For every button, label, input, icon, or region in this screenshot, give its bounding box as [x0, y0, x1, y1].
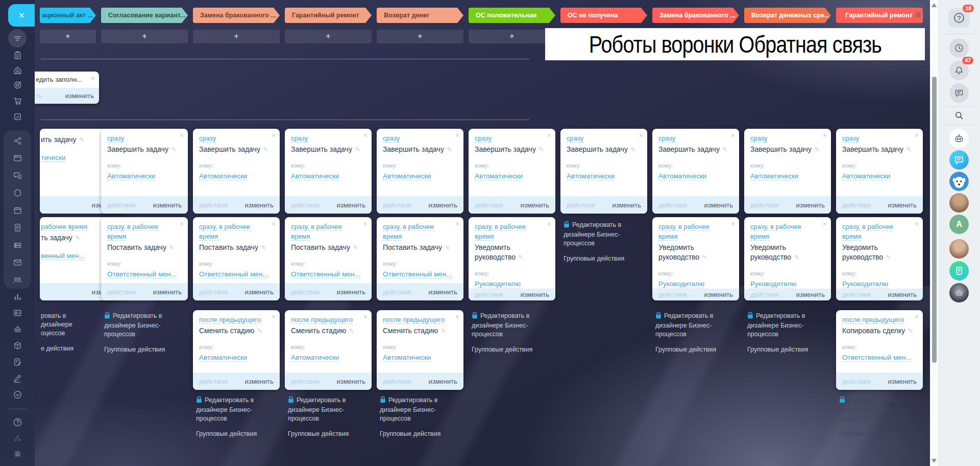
help-button[interactable]: ? 18: [948, 8, 970, 28]
avatar-news-doc[interactable]: [949, 261, 969, 281]
card-trigger-link[interactable]: сразу: [750, 134, 767, 143]
close-icon[interactable]: ×: [363, 132, 368, 139]
automation-card[interactable]: ×сразу, в рабочее времяПоставить задачу✎…: [193, 217, 280, 300]
automation-card[interactable]: ×сразу, в рабочее времяПоставить задачу✎…: [285, 217, 372, 300]
automation-card[interactable]: ×сразу, в рабочее времяУведомить руковод…: [836, 217, 923, 300]
avatar-letter[interactable]: A: [949, 215, 969, 234]
more-chevron-icon[interactable]: [8, 385, 27, 404]
card-edit-button[interactable]: изменить: [336, 201, 365, 209]
close-icon[interactable]: ×: [823, 220, 827, 227]
calendar-icon[interactable]: [8, 201, 27, 219]
card-edit-button[interactable]: изменить: [428, 288, 457, 296]
close-icon[interactable]: ×: [272, 313, 276, 320]
stage-settings-gear-icon[interactable]: [914, 10, 923, 21]
analytics-icon[interactable]: [8, 287, 27, 306]
card-assignee-link[interactable]: Ответственный мен...: [383, 270, 452, 278]
edit-pencil-icon[interactable]: ✎: [722, 146, 728, 153]
card-trigger-link[interactable]: сразу: [658, 134, 675, 143]
card-assignee-link[interactable]: Ответственный мен...: [291, 270, 360, 278]
edit-pencil-icon[interactable]: ✎: [538, 146, 544, 153]
card-assignee-link[interactable]: Автоматически: [567, 172, 615, 180]
card-trigger-link[interactable]: сразу: [199, 134, 216, 143]
card-trigger-link[interactable]: сразу: [107, 134, 124, 143]
avatar-user-photo[interactable]: [949, 193, 969, 213]
card-edit-button[interactable]: изменить: [888, 378, 917, 385]
team-icon[interactable]: [8, 270, 27, 289]
edit-pencil-icon[interactable]: ✎: [79, 136, 85, 144]
edit-pencil-icon[interactable]: ✎: [886, 253, 891, 261]
card-edit-button[interactable]: изменить: [704, 201, 733, 209]
avatar-robot-photo[interactable]: [949, 283, 969, 302]
card-trigger-link[interactable]: сразу: [383, 134, 400, 143]
stage-pill-5[interactable]: Возврат денег: [377, 8, 463, 23]
card-assignee-link[interactable]: Руководителю: [475, 280, 521, 288]
close-icon[interactable]: ×: [915, 220, 919, 227]
card-edit-button[interactable]: изменить: [796, 291, 825, 298]
card-trigger-link[interactable]: сразу, в рабочее время: [658, 223, 709, 241]
card-trigger-link[interactable]: сразу: [291, 134, 308, 143]
close-icon[interactable]: ×: [455, 313, 459, 320]
card-edit-button[interactable]: изменить: [153, 201, 182, 209]
close-icon[interactable]: ×: [455, 132, 459, 139]
automation-card[interactable]: ×сразуЗавершить задачу✎кому:Автоматическ…: [744, 129, 831, 214]
card-assignee-link[interactable]: Автоматически: [658, 172, 706, 180]
card-assignee-link[interactable]: Руководителю: [750, 280, 796, 288]
edit-pencil-icon[interactable]: ✎: [518, 253, 524, 261]
close-icon[interactable]: ×: [823, 132, 827, 139]
close-icon[interactable]: ×: [547, 220, 551, 227]
add-robot-button[interactable]: +: [377, 30, 463, 43]
card-edit-button[interactable]: изменить: [244, 288, 274, 296]
card-assignee-link[interactable]: Автоматически: [291, 172, 339, 180]
close-icon[interactable]: ×: [639, 132, 643, 139]
card-trigger-link[interactable]: сразу: [475, 134, 492, 143]
edit-pencil-icon[interactable]: ✎: [75, 234, 81, 242]
automation-card[interactable]: ×сразу, в рабочее времяПоставить задачу✎…: [101, 217, 188, 300]
edit-pencil-icon[interactable]: ✎: [353, 244, 358, 251]
card-assignee-link[interactable]: Автоматически: [383, 354, 431, 362]
card-assignee-link[interactable]: Автоматически: [199, 172, 247, 180]
card-trigger-link[interactable]: после предыдущего: [842, 316, 904, 324]
card-trigger-link[interactable]: после предыдущего: [199, 316, 261, 324]
messenger-icon[interactable]: [949, 83, 969, 103]
avatar-dog[interactable]: [949, 172, 969, 191]
edit-pencil-icon[interactable]: ✎: [171, 146, 177, 153]
card-assignee-link[interactable]: Автоматически: [842, 172, 890, 180]
search-icon[interactable]: [949, 106, 969, 125]
close-icon[interactable]: ×: [915, 132, 919, 139]
close-icon[interactable]: ×: [455, 220, 459, 227]
tasks-icon[interactable]: [8, 107, 27, 126]
card-assignee-link[interactable]: Руководителю: [842, 280, 888, 288]
edit-pencil-icon[interactable]: ✎: [263, 146, 268, 153]
automation-card[interactable]: ×сразуЗавершить задачу✎кому:Автоматическ…: [469, 129, 555, 214]
collapse-menu-button[interactable]: ×: [8, 4, 35, 27]
close-icon[interactable]: ×: [363, 220, 368, 227]
card-trigger-link[interactable]: сразу, в рабочее время: [383, 223, 434, 241]
edit-pencil-icon[interactable]: ✎: [814, 146, 820, 153]
edit-pencil-icon[interactable]: ✎: [169, 244, 175, 251]
card-trigger-link[interactable]: сразу, в рабочее время: [750, 223, 801, 241]
stage-pill-2[interactable]: Согласование вариант...: [101, 8, 188, 23]
add-robot-button[interactable]: +: [469, 30, 555, 43]
automation-card[interactable]: ×сразуЗавершить задачу✎кому:Автоматическ…: [652, 129, 739, 214]
avatar-bot[interactable]: [949, 129, 969, 148]
close-icon[interactable]: ×: [731, 132, 735, 139]
stage-pill-9[interactable]: Возврат денежных сре...: [744, 8, 831, 23]
card-trigger-link[interactable]: сразу, в рабочее время: [842, 223, 893, 241]
stage-pill-1[interactable]: ационный акт ...: [40, 8, 96, 23]
stage-pill-6[interactable]: ОС положительная: [469, 8, 555, 23]
card-assignee-link[interactable]: венный мен...: [41, 252, 85, 260]
automation-card[interactable]: ×сразуЗавершить задачу✎кому:Автоматическ…: [377, 129, 463, 214]
ai-robot-icon[interactable]: [8, 320, 27, 338]
drive-icon[interactable]: [8, 236, 27, 254]
mail-icon[interactable]: [8, 253, 27, 271]
add-robot-button[interactable]: +: [193, 30, 280, 43]
scrollbar-thumb[interactable]: [932, 77, 937, 363]
contacts-card-icon[interactable]: [8, 304, 27, 322]
card-trigger-link[interactable]: сразу, в рабочее время: [107, 223, 158, 241]
avatar-user-photo[interactable]: [949, 239, 969, 259]
stage-pill-7[interactable]: ОС не получена: [560, 8, 647, 23]
card-edit-button[interactable]: изменить: [520, 201, 549, 209]
stage-pill-4[interactable]: Гарантийный ремонт: [285, 8, 372, 23]
automation-card-partial[interactable]: едить заполн... × ть изменить: [35, 72, 99, 104]
marketplace-icon[interactable]: [8, 183, 27, 202]
